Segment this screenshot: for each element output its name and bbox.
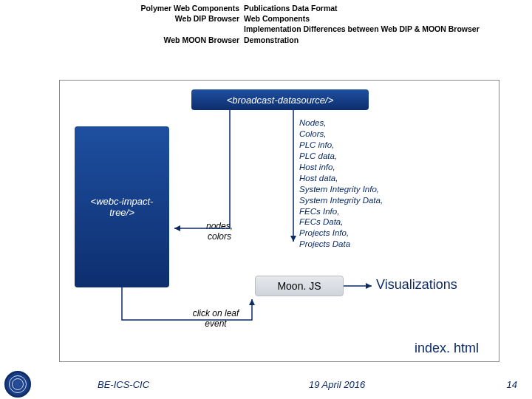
svg-marker-0 — [174, 225, 180, 231]
header-breadcrumbs: Polymer Web Components Publications Data… — [0, 0, 532, 50]
header-right-2: Implementation Differences between Web D… — [244, 24, 532, 34]
header-left-0: Polymer Web Components — [0, 3, 244, 13]
footer-org: BE-ICS-CIC — [98, 379, 149, 390]
footer-date: 19 April 2016 — [309, 379, 365, 390]
index-html-label: index. html — [415, 341, 479, 356]
moonjs-box: Moon. JS — [255, 276, 344, 296]
cern-logo-icon — [4, 371, 31, 398]
header-right-1: Web Components — [244, 13, 532, 24]
svg-marker-2 — [249, 299, 255, 305]
data-list-label: Nodes, Colors, PLC info, PLC data, Host … — [299, 117, 383, 250]
header-left-2 — [0, 24, 244, 34]
visualizations-label: Visualizations — [376, 277, 457, 293]
header-right-0: Publications Data Format — [244, 3, 532, 13]
header-right-3: Demonstration — [244, 35, 532, 45]
header-left-3: Web MOON Browser — [0, 35, 244, 45]
webc-impact-tree-box: <webc-impact-tree/> — [75, 126, 169, 287]
svg-marker-1 — [290, 236, 296, 242]
footer-page-number: 14 — [507, 379, 517, 390]
svg-marker-3 — [366, 283, 372, 289]
broadcast-datasource-box: <broadcast-datasource/> — [191, 89, 369, 110]
footer: BE-ICS-CIC 19 April 2016 14 — [0, 369, 532, 399]
click-leaf-label: click on leaf event — [190, 308, 242, 329]
header-left-1: Web DIP Browser — [0, 13, 244, 24]
nodes-colors-label: nodes, colors — [197, 221, 242, 242]
diagram-frame: <broadcast-datasource/> <webc-impact-tre… — [59, 80, 499, 362]
